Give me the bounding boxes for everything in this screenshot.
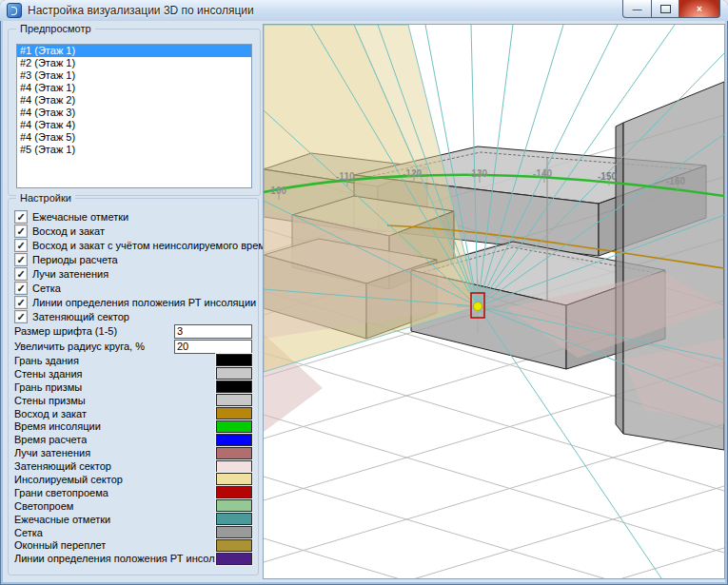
color-swatch-shading-sector[interactable]: [216, 460, 252, 473]
svg-text:-100: -100: [267, 185, 286, 196]
maximize-button[interactable]: [652, 0, 679, 18]
preview-group-label: Предпросмотр: [16, 23, 95, 34]
close-button[interactable]: ×: [679, 0, 720, 18]
svg-text:-160: -160: [666, 176, 685, 186]
checkbox-label: Сетка: [32, 283, 61, 294]
app-icon: [7, 3, 22, 18]
checkbox-label: Ежечасные отметки: [32, 211, 128, 223]
checkbox-hourly-marks[interactable]: ✓: [14, 210, 28, 224]
color-swatch-insolated-sector[interactable]: [216, 473, 252, 485]
color-swatch-building-walls[interactable]: [216, 367, 252, 380]
color-row: Стены здания: [14, 367, 252, 380]
color-swatch-hourly-marks[interactable]: [216, 513, 252, 525]
color-swatch-opening-edges[interactable]: [216, 486, 252, 498]
font-size-label: Размер шрифта (1-5): [14, 325, 117, 337]
svg-text:-150: -150: [598, 171, 617, 182]
list-item[interactable]: #2 (Этаж 1): [17, 57, 251, 69]
checkbox-row: ✓ Линии определения положения РТ инсоляц…: [14, 295, 252, 309]
list-item[interactable]: #4 (Этаж 1): [17, 82, 251, 94]
check-icon: ✓: [16, 226, 25, 236]
check-icon: ✓: [16, 255, 25, 264]
list-item[interactable]: #4 (Этаж 3): [17, 107, 251, 119]
color-label: Грань призмы: [14, 381, 82, 393]
minimize-icon: —: [633, 4, 642, 14]
color-swatch-sunrise-sunset[interactable]: [216, 407, 252, 419]
color-row: Время расчета: [14, 433, 252, 446]
minimize-button[interactable]: —: [622, 0, 652, 18]
color-label: Инсолируемый сектор: [14, 474, 123, 485]
preview-listbox[interactable]: #1 (Этаж 1) #2 (Этаж 1) #3 (Этаж 1) #4 (…: [16, 44, 252, 188]
window-controls: — ×: [622, 0, 720, 18]
checkbox-rt-position-lines[interactable]: ✓: [14, 296, 28, 309]
circle-radius-label: Увеличить радиус круга, %: [14, 341, 145, 352]
checkbox-shading-sector[interactable]: ✓: [14, 310, 28, 323]
preview-group: Предпросмотр #1 (Этаж 1) #2 (Этаж 1) #3 …: [8, 29, 261, 196]
color-row: Лучи затенения: [14, 446, 252, 459]
check-icon: ✓: [16, 283, 25, 293]
color-label: Лучи затенения: [14, 447, 90, 458]
color-swatch-light-opening[interactable]: [216, 499, 252, 512]
checkbox-shading-rays[interactable]: ✓: [14, 267, 28, 281]
checkbox-row: ✓ Сетка: [14, 281, 252, 295]
color-label: Стены здания: [14, 368, 83, 380]
3d-viewport[interactable]: -100 -110 -120 -130 -140 -150 -160: [263, 24, 725, 579]
list-item[interactable]: #3 (Этаж 1): [17, 69, 251, 82]
check-icon: ✓: [16, 212, 25, 222]
color-row: Грань здания: [14, 354, 252, 367]
field-row: Размер шрифта (1-5): [14, 323, 252, 339]
color-row: Ежечасные отметки: [14, 513, 252, 526]
color-swatch-calc-time[interactable]: [216, 434, 252, 446]
color-label: Грани светопроема: [14, 487, 108, 498]
checkbox-sunrise-sunset-noninsolated[interactable]: ✓: [14, 239, 28, 252]
checkbox-row: ✓ Ежечасные отметки: [14, 209, 252, 224]
svg-text:-130: -130: [468, 168, 487, 179]
check-icon: ✓: [16, 298, 25, 307]
list-item[interactable]: #1 (Этаж 1): [17, 45, 251, 57]
svg-text:-110: -110: [336, 171, 355, 182]
color-swatch-window-frame[interactable]: [216, 539, 252, 552]
check-icon: ✓: [16, 312, 25, 322]
color-swatch-prism-edge[interactable]: [216, 380, 252, 393]
checkbox-label: Восход и закат с учётом неинсолируемого …: [32, 240, 283, 251]
color-swatch-grid[interactable]: [216, 526, 252, 538]
font-size-input[interactable]: [174, 324, 252, 339]
check-icon: ✓: [16, 269, 25, 279]
list-item[interactable]: #4 (Этаж 2): [17, 94, 251, 107]
color-label: Стены призмы: [14, 395, 86, 406]
checkbox-row: ✓ Восход и закат: [14, 224, 252, 238]
color-label: Линии определения положения РТ инсоляции: [14, 553, 216, 564]
checkbox-label: Линии определения положения РТ инсоляции: [32, 297, 256, 308]
list-item[interactable]: #4 (Этаж 4): [17, 119, 251, 131]
check-icon: ✓: [16, 241, 25, 250]
color-label: Светопроем: [14, 500, 73, 512]
color-label: Ежечасные отметки: [14, 514, 110, 525]
svg-text:-120: -120: [403, 168, 422, 179]
checkbox-label: Лучи затенения: [32, 268, 108, 280]
maximize-icon: [660, 5, 671, 13]
list-item[interactable]: #5 (Этаж 1): [17, 144, 251, 156]
checkbox-row: ✓ Затеняющий сектор: [14, 309, 252, 323]
list-item[interactable]: #4 (Этаж 5): [17, 131, 251, 144]
dialog-window: Настройка визуализации 3D по инсоляции —…: [0, 0, 728, 585]
color-swatch-prism-walls[interactable]: [216, 394, 252, 406]
checkbox-grid[interactable]: ✓: [14, 282, 28, 295]
close-icon: ×: [697, 4, 702, 14]
color-row: Инсолируемый сектор: [14, 473, 252, 486]
color-label: Затеняющий сектор: [14, 460, 111, 472]
color-swatch-rt-position-lines[interactable]: [216, 553, 252, 565]
color-swatch-building-edge[interactable]: [216, 354, 252, 366]
color-swatch-shading-rays[interactable]: [216, 447, 252, 459]
calc-point-dot: [474, 302, 482, 311]
color-row: Время инсоляции: [14, 419, 252, 433]
checkbox-calc-periods[interactable]: ✓: [14, 253, 28, 266]
color-label: Сетка: [14, 527, 43, 538]
checkbox-row: ✓ Лучи затенения: [14, 266, 252, 281]
checkbox-sunrise-sunset[interactable]: ✓: [14, 224, 28, 238]
color-swatch-insolation-time[interactable]: [216, 420, 252, 433]
checkbox-label: Восход и закат: [32, 225, 105, 237]
title-bar[interactable]: Настройка визуализации 3D по инсоляции: [0, 0, 728, 21]
color-row: Стены призмы: [14, 394, 252, 407]
color-row: Грань призмы: [14, 380, 252, 394]
color-label: Оконный переплет: [14, 539, 106, 551]
circle-radius-input[interactable]: [174, 340, 252, 354]
